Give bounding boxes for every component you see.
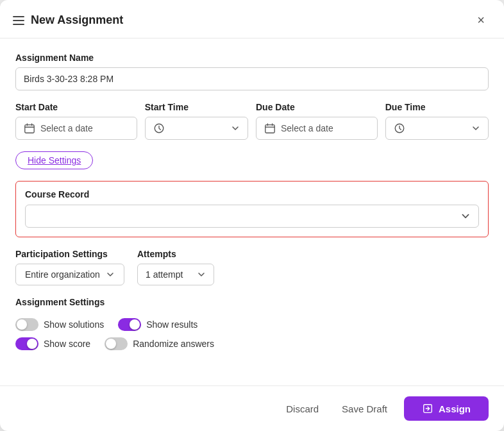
start-date-group: Start Date Select a date [15, 102, 137, 140]
due-date-label: Due Date [256, 102, 378, 112]
show-score-toggle-item: Show score [15, 337, 90, 350]
assignment-name-field: Assignment Name [15, 53, 489, 90]
hide-settings-button[interactable]: Hide Settings [15, 151, 93, 169]
assign-button[interactable]: Assign [404, 396, 489, 421]
chevron-down-icon-3 [460, 211, 471, 221]
start-date-label: Start Date [15, 102, 137, 112]
due-time-group: Due Time [385, 102, 489, 140]
start-date-picker[interactable]: Select a date [15, 117, 137, 140]
chevron-down-icon-4 [106, 270, 115, 279]
show-solutions-thumb [17, 319, 27, 330]
course-record-section: Course Record [15, 181, 489, 237]
randomize-answers-track [105, 337, 128, 350]
calendar-icon-2 [264, 123, 276, 134]
chevron-down-icon-2 [471, 124, 480, 133]
due-time-label: Due Time [385, 102, 489, 112]
close-button[interactable]: × [473, 12, 489, 29]
show-score-toggle[interactable] [15, 337, 38, 350]
assignment-settings-section: Assignment Settings Show solutions [15, 297, 489, 350]
participation-dropdown[interactable]: Entire organization [15, 264, 124, 285]
modal-header: New Assignment × [0, 0, 504, 38]
due-date-placeholder: Select a date [281, 123, 333, 133]
randomize-answers-toggle-item: Randomize answers [105, 337, 214, 350]
assign-icon [422, 403, 433, 414]
date-time-row: Start Date Select a date Start Time [15, 102, 489, 140]
attempts-value: 1 attempt [146, 269, 183, 280]
participation-label: Participation Settings [15, 249, 124, 259]
course-record-label: Course Record [25, 189, 479, 199]
svg-rect-0 [25, 125, 34, 133]
attempts-dropdown[interactable]: 1 attempt [137, 264, 214, 285]
show-score-label: Show score [44, 339, 90, 349]
hide-settings-row: Hide Settings [15, 151, 489, 169]
show-results-track [118, 318, 141, 331]
save-draft-button[interactable]: Save Draft [335, 398, 394, 419]
start-time-picker[interactable] [145, 117, 248, 140]
hamburger-icon[interactable] [13, 16, 24, 25]
randomize-answers-thumb [106, 339, 116, 349]
header-left: New Assignment [13, 13, 123, 27]
due-time-picker[interactable] [385, 117, 489, 140]
show-results-toggle-item: Show results [118, 318, 197, 331]
show-score-thumb [27, 339, 37, 349]
randomize-answers-toggle[interactable] [105, 337, 128, 350]
chevron-down-icon-5 [197, 270, 206, 279]
chevron-down-icon [231, 124, 240, 133]
assignment-settings-label: Assignment Settings [15, 297, 489, 307]
show-results-thumb [130, 319, 140, 330]
due-date-picker[interactable]: Select a date [256, 117, 378, 140]
svg-rect-2 [265, 125, 274, 133]
toggles-row-2: Show score Randomize answers [15, 337, 489, 350]
show-solutions-label: Show solutions [44, 319, 104, 330]
show-score-track [15, 337, 38, 350]
randomize-answers-label: Randomize answers [133, 339, 214, 349]
assignment-name-label: Assignment Name [15, 53, 489, 63]
start-time-group: Start Time [145, 102, 248, 140]
new-assignment-modal: New Assignment × Assignment Name Start D… [0, 0, 504, 431]
participation-group: Participation Settings Entire organizati… [15, 249, 124, 285]
show-results-label: Show results [146, 319, 197, 330]
assignment-name-input[interactable] [15, 67, 489, 90]
attempts-group: Attempts 1 attempt [137, 249, 214, 285]
show-solutions-toggle[interactable] [15, 318, 38, 331]
start-time-label: Start Time [145, 102, 248, 112]
due-date-group: Due Date Select a date [256, 102, 378, 140]
show-results-toggle[interactable] [118, 318, 141, 331]
toggles-row-1: Show solutions Show results [15, 318, 489, 331]
modal-body: Assignment Name Start Date Select a date… [0, 38, 504, 385]
show-solutions-toggle-item: Show solutions [15, 318, 104, 331]
course-record-select[interactable] [25, 205, 479, 228]
start-date-placeholder: Select a date [40, 123, 93, 133]
assign-label: Assign [439, 403, 471, 414]
modal-footer: Discard Save Draft Assign [0, 385, 504, 431]
participation-value: Entire organization [25, 269, 100, 280]
calendar-icon [24, 123, 35, 134]
modal-title: New Assignment [31, 13, 123, 27]
discard-button[interactable]: Discard [280, 398, 325, 419]
clock-icon [153, 123, 165, 134]
participation-attempts-row: Participation Settings Entire organizati… [15, 249, 489, 285]
clock-icon-2 [394, 123, 405, 134]
show-solutions-track [15, 318, 38, 331]
attempts-label: Attempts [137, 249, 214, 259]
